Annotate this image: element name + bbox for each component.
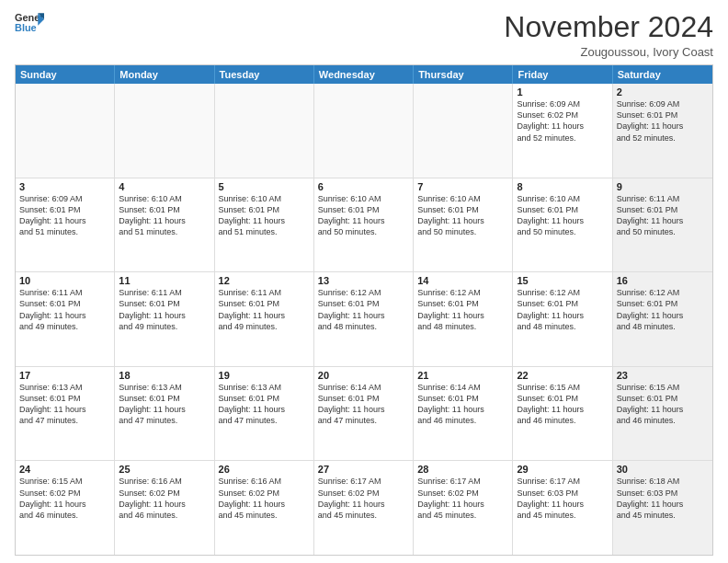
day-number: 30 bbox=[617, 464, 709, 475]
calendar-cell: 25Sunrise: 6:16 AM Sunset: 6:02 PM Dayli… bbox=[115, 461, 214, 555]
day-info: Sunrise: 6:17 AM Sunset: 6:02 PM Dayligh… bbox=[417, 476, 508, 521]
calendar-cell: 14Sunrise: 6:12 AM Sunset: 6:01 PM Dayli… bbox=[414, 272, 513, 366]
calendar-cell: 21Sunrise: 6:14 AM Sunset: 6:01 PM Dayli… bbox=[414, 367, 513, 461]
day-info: Sunrise: 6:12 AM Sunset: 6:01 PM Dayligh… bbox=[617, 287, 709, 332]
day-number: 2 bbox=[617, 86, 709, 98]
calendar-cell bbox=[215, 84, 314, 178]
day-number: 5 bbox=[219, 181, 310, 192]
day-number: 20 bbox=[318, 370, 409, 381]
calendar-cell: 26Sunrise: 6:16 AM Sunset: 6:02 PM Dayli… bbox=[215, 461, 314, 555]
calendar-cell: 1Sunrise: 6:09 AM Sunset: 6:02 PM Daylig… bbox=[513, 84, 612, 178]
calendar-cell: 16Sunrise: 6:12 AM Sunset: 6:01 PM Dayli… bbox=[613, 272, 712, 366]
calendar-row: 3Sunrise: 6:09 AM Sunset: 6:01 PM Daylig… bbox=[16, 178, 712, 272]
day-number: 17 bbox=[19, 370, 110, 381]
calendar-cell: 5Sunrise: 6:10 AM Sunset: 6:01 PM Daylig… bbox=[215, 178, 314, 272]
day-number: 11 bbox=[119, 275, 210, 286]
calendar-cell: 8Sunrise: 6:10 AM Sunset: 6:01 PM Daylig… bbox=[513, 178, 612, 272]
calendar-row: 17Sunrise: 6:13 AM Sunset: 6:01 PM Dayli… bbox=[16, 366, 712, 461]
calendar-cell: 6Sunrise: 6:10 AM Sunset: 6:01 PM Daylig… bbox=[314, 178, 414, 272]
weekday-header: Thursday bbox=[414, 65, 513, 84]
month-title: November 2024 bbox=[504, 11, 713, 43]
day-info: Sunrise: 6:13 AM Sunset: 6:01 PM Dayligh… bbox=[219, 382, 310, 427]
day-info: Sunrise: 6:10 AM Sunset: 6:01 PM Dayligh… bbox=[119, 193, 210, 238]
day-number: 12 bbox=[219, 275, 310, 286]
calendar-cell: 11Sunrise: 6:11 AM Sunset: 6:01 PM Dayli… bbox=[115, 272, 214, 366]
calendar-cell: 24Sunrise: 6:15 AM Sunset: 6:02 PM Dayli… bbox=[16, 461, 115, 555]
calendar-cell: 23Sunrise: 6:15 AM Sunset: 6:01 PM Dayli… bbox=[613, 367, 712, 461]
calendar-cell: 17Sunrise: 6:13 AM Sunset: 6:01 PM Dayli… bbox=[16, 367, 115, 461]
day-number: 19 bbox=[219, 370, 310, 381]
day-info: Sunrise: 6:11 AM Sunset: 6:01 PM Dayligh… bbox=[617, 193, 709, 238]
day-info: Sunrise: 6:18 AM Sunset: 6:03 PM Dayligh… bbox=[617, 476, 709, 521]
day-number: 9 bbox=[617, 181, 709, 192]
calendar-cell: 13Sunrise: 6:12 AM Sunset: 6:01 PM Dayli… bbox=[314, 272, 414, 366]
weekday-header: Saturday bbox=[613, 65, 712, 84]
day-info: Sunrise: 6:12 AM Sunset: 6:01 PM Dayligh… bbox=[517, 287, 608, 332]
logo-icon: General Blue bbox=[15, 11, 44, 37]
header: General Blue November 2024 Zougoussou, I… bbox=[15, 11, 713, 59]
day-info: Sunrise: 6:17 AM Sunset: 6:03 PM Dayligh… bbox=[517, 476, 608, 521]
day-info: Sunrise: 6:09 AM Sunset: 6:02 PM Dayligh… bbox=[517, 98, 608, 144]
weekday-header: Friday bbox=[513, 65, 612, 84]
day-info: Sunrise: 6:11 AM Sunset: 6:01 PM Dayligh… bbox=[19, 287, 110, 332]
calendar-cell: 10Sunrise: 6:11 AM Sunset: 6:01 PM Dayli… bbox=[16, 272, 115, 366]
calendar-cell bbox=[314, 84, 414, 178]
day-number: 16 bbox=[617, 275, 709, 286]
calendar-row: 10Sunrise: 6:11 AM Sunset: 6:01 PM Dayli… bbox=[16, 271, 712, 366]
calendar-cell bbox=[414, 84, 513, 178]
title-block: November 2024 Zougoussou, Ivory Coast bbox=[504, 11, 713, 59]
day-info: Sunrise: 6:13 AM Sunset: 6:01 PM Dayligh… bbox=[19, 382, 110, 427]
calendar-cell: 3Sunrise: 6:09 AM Sunset: 6:01 PM Daylig… bbox=[16, 178, 115, 272]
day-info: Sunrise: 6:10 AM Sunset: 6:01 PM Dayligh… bbox=[219, 193, 310, 238]
day-number: 29 bbox=[517, 464, 608, 475]
calendar-header: SundayMondayTuesdayWednesdayThursdayFrid… bbox=[16, 65, 712, 84]
day-info: Sunrise: 6:17 AM Sunset: 6:02 PM Dayligh… bbox=[318, 476, 409, 521]
day-number: 4 bbox=[119, 181, 210, 192]
calendar-cell: 22Sunrise: 6:15 AM Sunset: 6:01 PM Dayli… bbox=[513, 367, 612, 461]
calendar-cell: 7Sunrise: 6:10 AM Sunset: 6:01 PM Daylig… bbox=[414, 178, 513, 272]
calendar-cell: 28Sunrise: 6:17 AM Sunset: 6:02 PM Dayli… bbox=[414, 461, 513, 555]
calendar-cell: 2Sunrise: 6:09 AM Sunset: 6:01 PM Daylig… bbox=[613, 84, 712, 178]
day-number: 26 bbox=[219, 464, 310, 475]
page: General Blue November 2024 Zougoussou, I… bbox=[0, 0, 728, 563]
day-info: Sunrise: 6:10 AM Sunset: 6:01 PM Dayligh… bbox=[517, 193, 608, 238]
day-number: 1 bbox=[517, 86, 608, 98]
calendar: SundayMondayTuesdayWednesdayThursdayFrid… bbox=[15, 64, 713, 556]
day-info: Sunrise: 6:15 AM Sunset: 6:01 PM Dayligh… bbox=[617, 382, 709, 427]
calendar-cell: 18Sunrise: 6:13 AM Sunset: 6:01 PM Dayli… bbox=[115, 367, 214, 461]
day-info: Sunrise: 6:09 AM Sunset: 6:01 PM Dayligh… bbox=[19, 193, 110, 238]
calendar-row: 1Sunrise: 6:09 AM Sunset: 6:02 PM Daylig… bbox=[16, 84, 712, 178]
day-info: Sunrise: 6:12 AM Sunset: 6:01 PM Dayligh… bbox=[318, 287, 409, 332]
weekday-header: Sunday bbox=[16, 65, 115, 84]
calendar-cell bbox=[115, 84, 214, 178]
svg-text:Blue: Blue bbox=[15, 22, 37, 33]
day-number: 22 bbox=[517, 370, 608, 381]
day-info: Sunrise: 6:14 AM Sunset: 6:01 PM Dayligh… bbox=[417, 382, 508, 427]
day-info: Sunrise: 6:11 AM Sunset: 6:01 PM Dayligh… bbox=[219, 287, 310, 332]
weekday-header: Wednesday bbox=[314, 65, 414, 84]
day-info: Sunrise: 6:16 AM Sunset: 6:02 PM Dayligh… bbox=[119, 476, 210, 521]
calendar-cell bbox=[16, 84, 115, 178]
day-number: 10 bbox=[19, 275, 110, 286]
logo: General Blue bbox=[15, 11, 44, 37]
day-number: 6 bbox=[318, 181, 409, 192]
calendar-cell: 29Sunrise: 6:17 AM Sunset: 6:03 PM Dayli… bbox=[513, 461, 612, 555]
day-number: 7 bbox=[417, 181, 508, 192]
day-info: Sunrise: 6:10 AM Sunset: 6:01 PM Dayligh… bbox=[318, 193, 409, 238]
day-number: 8 bbox=[517, 181, 608, 192]
calendar-cell: 20Sunrise: 6:14 AM Sunset: 6:01 PM Dayli… bbox=[314, 367, 414, 461]
day-number: 25 bbox=[119, 464, 210, 475]
calendar-cell: 30Sunrise: 6:18 AM Sunset: 6:03 PM Dayli… bbox=[613, 461, 712, 555]
day-number: 18 bbox=[119, 370, 210, 381]
day-info: Sunrise: 6:11 AM Sunset: 6:01 PM Dayligh… bbox=[119, 287, 210, 332]
day-number: 13 bbox=[318, 275, 409, 286]
weekday-header: Monday bbox=[115, 65, 214, 84]
day-number: 23 bbox=[617, 370, 709, 381]
day-info: Sunrise: 6:09 AM Sunset: 6:01 PM Dayligh… bbox=[617, 98, 709, 144]
day-number: 27 bbox=[318, 464, 409, 475]
calendar-cell: 4Sunrise: 6:10 AM Sunset: 6:01 PM Daylig… bbox=[115, 178, 214, 272]
day-number: 14 bbox=[417, 275, 508, 286]
location: Zougoussou, Ivory Coast bbox=[504, 45, 713, 59]
day-info: Sunrise: 6:15 AM Sunset: 6:01 PM Dayligh… bbox=[517, 382, 608, 427]
calendar-cell: 19Sunrise: 6:13 AM Sunset: 6:01 PM Dayli… bbox=[215, 367, 314, 461]
